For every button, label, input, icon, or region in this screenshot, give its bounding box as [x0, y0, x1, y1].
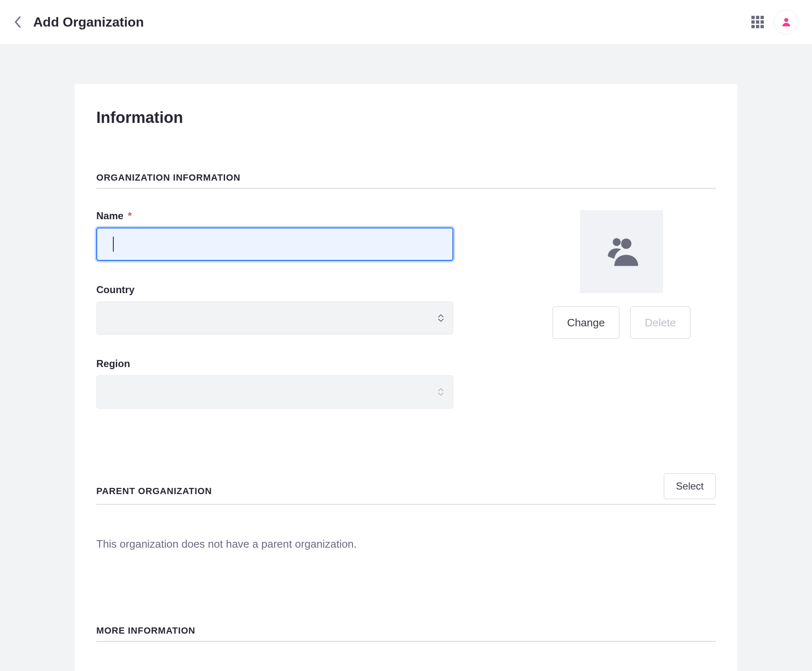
- grid-dot-icon: [751, 20, 755, 24]
- apps-menu-button[interactable]: [751, 16, 764, 28]
- region-select-wrap: [96, 375, 453, 409]
- select-parent-button[interactable]: Select: [664, 473, 716, 499]
- form-left-column: Name * Country: [96, 210, 453, 432]
- name-input[interactable]: [96, 228, 453, 261]
- grid-dot-icon: [761, 25, 764, 28]
- header-right: [751, 10, 799, 34]
- header-left: Add Organization: [13, 15, 144, 30]
- organization-avatar-placeholder: [580, 210, 663, 293]
- region-label: Region: [96, 358, 453, 370]
- org-info-form-row: Name * Country: [96, 210, 716, 432]
- card-title: Information: [96, 109, 716, 127]
- country-label: Country: [96, 284, 453, 296]
- back-button[interactable]: [13, 16, 22, 28]
- avatar-actions: Change Delete: [553, 306, 690, 339]
- parent-org-empty-text: This organization does not have a parent…: [96, 538, 716, 551]
- form-right-column: Change Delete: [545, 210, 698, 339]
- grid-dot-icon: [761, 20, 764, 24]
- user-avatar-button[interactable]: [774, 10, 799, 34]
- name-label-text: Name: [96, 210, 123, 221]
- country-select-wrap: [96, 301, 453, 335]
- svg-point-2: [613, 238, 621, 246]
- grid-dot-icon: [761, 16, 764, 19]
- users-icon: [602, 235, 641, 269]
- form-card: Information ORGANIZATION INFORMATION Nam…: [75, 84, 737, 671]
- org-info-section-header: ORGANIZATION INFORMATION: [96, 172, 716, 189]
- input-cursor-wrap: [105, 228, 114, 260]
- parent-org-section: PARENT ORGANIZATION Select This organiza…: [96, 473, 716, 551]
- chevron-left-icon: [13, 16, 22, 28]
- svg-point-0: [784, 18, 788, 22]
- page-header: Add Organization: [0, 0, 812, 44]
- page-title: Add Organization: [33, 15, 144, 30]
- name-label: Name *: [96, 210, 453, 222]
- parent-org-label: PARENT ORGANIZATION: [96, 486, 212, 499]
- grid-dot-icon: [756, 16, 759, 19]
- parent-org-section-header: PARENT ORGANIZATION Select: [96, 473, 716, 504]
- more-info-label: MORE INFORMATION: [96, 625, 195, 636]
- country-field-group: Country: [96, 284, 453, 335]
- text-cursor-icon: [113, 237, 114, 252]
- svg-point-1: [621, 238, 631, 249]
- more-info-section-header: MORE INFORMATION: [96, 625, 716, 642]
- name-field-group: Name *: [96, 210, 453, 261]
- org-info-label: ORGANIZATION INFORMATION: [96, 172, 240, 183]
- region-field-group: Region: [96, 358, 453, 409]
- content-area: Information ORGANIZATION INFORMATION Nam…: [0, 44, 812, 671]
- required-indicator: *: [128, 210, 132, 221]
- delete-avatar-button[interactable]: Delete: [630, 306, 690, 339]
- grid-dot-icon: [756, 20, 759, 24]
- user-icon: [780, 16, 792, 28]
- change-avatar-button[interactable]: Change: [553, 306, 619, 339]
- region-select[interactable]: [96, 375, 453, 409]
- country-select[interactable]: [96, 301, 453, 335]
- grid-dot-icon: [751, 16, 755, 19]
- grid-dot-icon: [751, 25, 755, 28]
- grid-dot-icon: [756, 25, 759, 28]
